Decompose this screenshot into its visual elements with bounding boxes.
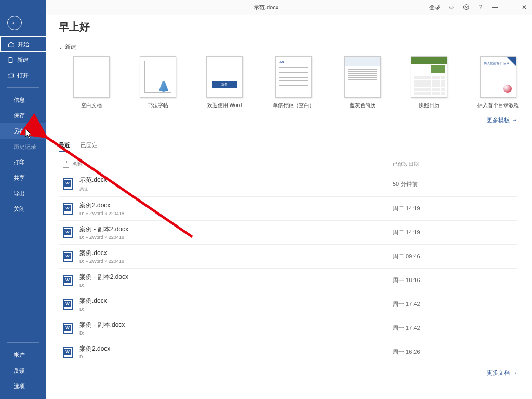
col-name-label: 名称 (72, 161, 83, 168)
file-path: D: (79, 330, 393, 336)
file-name: 案例2.docx (79, 344, 393, 353)
home-icon (8, 41, 15, 48)
sidebar-item-new[interactable]: 新建 (0, 52, 46, 68)
recent-tabs: 最近 已固定 (59, 141, 517, 152)
sidebar-item-label: 关闭 (14, 205, 25, 213)
file-date: 周一 18:16 (393, 276, 517, 284)
file-date: 周二 14:19 (393, 205, 517, 212)
new-doc-icon (7, 57, 14, 63)
template-label: 蓝灰色简历 (350, 102, 376, 109)
login-link[interactable]: 登录 (429, 4, 441, 11)
maximize-button[interactable]: ☐ (505, 4, 514, 11)
sidebar-divider (7, 342, 39, 343)
template-spacing[interactable]: Aa单倍行距（空白） (273, 56, 314, 109)
face-sad-icon[interactable]: ☹ (461, 4, 471, 11)
template-cal[interactable]: 快照日历 (411, 56, 447, 109)
file-path: D: (79, 283, 393, 288)
file-row[interactable]: 案例2.docxD:周一 16:26 (59, 340, 517, 364)
more-files-link[interactable]: 更多文档→ (487, 369, 517, 376)
sidebar-item-label: 打印 (14, 158, 25, 166)
more-templates-link[interactable]: 更多模板→ (487, 117, 517, 123)
arrow-right-icon: → (512, 117, 517, 123)
word-doc-icon (63, 227, 73, 238)
sidebar-item-label: 帐户 (14, 351, 25, 359)
template-label: 快照日历 (419, 102, 440, 109)
separator (59, 134, 517, 134)
template-welcome[interactable]: 观看欢迎使用 Word (206, 56, 243, 109)
sidebar-item-save[interactable]: 保存 (0, 108, 46, 123)
template-calli[interactable]: 书法字帖 (140, 56, 176, 109)
sidebar-item-history[interactable]: 历史记录 (0, 139, 46, 154)
file-row[interactable]: 案例 - 副本2.docxD: » ZWord » 220418周二 14:19 (59, 220, 517, 244)
sidebar-item-label: 选项 (14, 382, 25, 390)
word-doc-icon (63, 347, 73, 358)
file-row[interactable]: 案例 - 副本.docxD:周一 17:42 (59, 316, 517, 340)
file-path: D: (79, 354, 393, 360)
sidebar-item-share[interactable]: 共享 (0, 170, 46, 185)
file-path: D: » ZWord » 220418 (79, 235, 393, 240)
document-title: 示范.docx (254, 4, 278, 11)
sidebar-item-export[interactable]: 导出 (0, 185, 46, 201)
arrow-right-icon: → (512, 369, 517, 376)
sidebar-item-label: 开始 (18, 41, 29, 48)
file-name: 案例 - 副本2.docx (79, 273, 393, 282)
face-smile-icon[interactable]: ☺ (447, 4, 456, 11)
template-resume[interactable]: 蓝灰色简历 (344, 56, 381, 109)
sidebar-item-info[interactable]: 信息 (0, 92, 46, 108)
file-row[interactable]: 案例 - 副本2.docxD:周一 18:16 (59, 268, 517, 292)
file-name: 案例.docx (79, 249, 393, 258)
sidebar-item-saveas[interactable]: 另存为 (0, 123, 46, 139)
template-thumb: 插入您的首个 目录 (480, 56, 516, 98)
col-date-label: 已修改日期 (393, 161, 517, 168)
file-date: 50 分钟前 (393, 180, 517, 188)
close-button[interactable]: ✕ (520, 4, 529, 11)
word-doc-icon (63, 178, 73, 190)
sidebar-item-feedback[interactable]: 反馈 (0, 363, 46, 378)
word-doc-icon (63, 323, 73, 334)
sidebar-item-label: 新建 (17, 56, 29, 64)
minimize-button[interactable]: — (490, 4, 500, 11)
sidebar-item-account[interactable]: 帐户 (0, 347, 46, 363)
template-thumb (411, 56, 447, 98)
file-date: 周二 14:19 (393, 229, 517, 236)
file-row[interactable]: 案例2.docxD: » ZWord » 220418周二 14:19 (59, 196, 517, 220)
file-row[interactable]: 案例.docxD:周一 17:42 (59, 292, 517, 316)
sidebar-item-start[interactable]: 开始 (0, 36, 46, 52)
sidebar-item-open[interactable]: 打开 (0, 68, 46, 83)
sidebar-item-close[interactable]: 关闭 (0, 201, 46, 217)
file-date: 周一 16:26 (393, 348, 517, 356)
word-doc-icon (63, 203, 73, 215)
tab-pinned[interactable]: 已固定 (81, 141, 98, 152)
new-section-toggle[interactable]: ⌄ 新建 (59, 43, 517, 51)
greeting-heading: 早上好 (59, 20, 517, 34)
backstage-sidebar: ← 开始 新建 打开 信息 保存 另存为 历史记录 打印 共享 导出 关闭 帐户… (0, 0, 46, 399)
template-toc[interactable]: 插入您的首个 目录插入首个目录教程 (477, 56, 519, 109)
sidebar-item-label: 另存为 (14, 127, 31, 135)
word-doc-icon (63, 299, 73, 310)
sidebar-item-print[interactable]: 打印 (0, 154, 46, 170)
help-icon[interactable]: ? (476, 4, 485, 11)
word-doc-icon (63, 275, 73, 286)
template-blank[interactable]: 空白文档 (73, 56, 110, 109)
file-row[interactable]: 示范.docx桌面50 分钟前 (59, 171, 517, 196)
files-header: 名称 已修改日期 (59, 157, 517, 171)
sidebar-item-options[interactable]: 选项 (0, 378, 46, 394)
template-thumb (344, 56, 381, 98)
back-button[interactable]: ← (7, 16, 22, 30)
template-label: 单倍行距（空白） (273, 102, 314, 109)
file-date: 周一 17:42 (393, 324, 517, 332)
template-thumb: Aa (275, 56, 312, 98)
template-thumb (73, 56, 110, 98)
file-path: D: » ZWord » 220418 (79, 211, 393, 216)
file-path: 桌面 (79, 185, 393, 192)
file-row[interactable]: 案例.docxD: » ZWord » 220418周二 09:46 (59, 244, 517, 268)
file-name: 案例.docx (79, 297, 393, 305)
template-thumb (140, 56, 176, 98)
chevron-down-icon: ⌄ (58, 45, 63, 50)
section-label: 新建 (65, 43, 76, 51)
tab-recent[interactable]: 最近 (59, 141, 70, 152)
sidebar-item-label: 历史记录 (14, 143, 36, 151)
open-folder-icon (7, 72, 14, 79)
files-list: 示范.docx桌面50 分钟前案例2.docxD: » ZWord » 2204… (59, 171, 517, 364)
sidebar-item-label: 导出 (14, 190, 25, 197)
